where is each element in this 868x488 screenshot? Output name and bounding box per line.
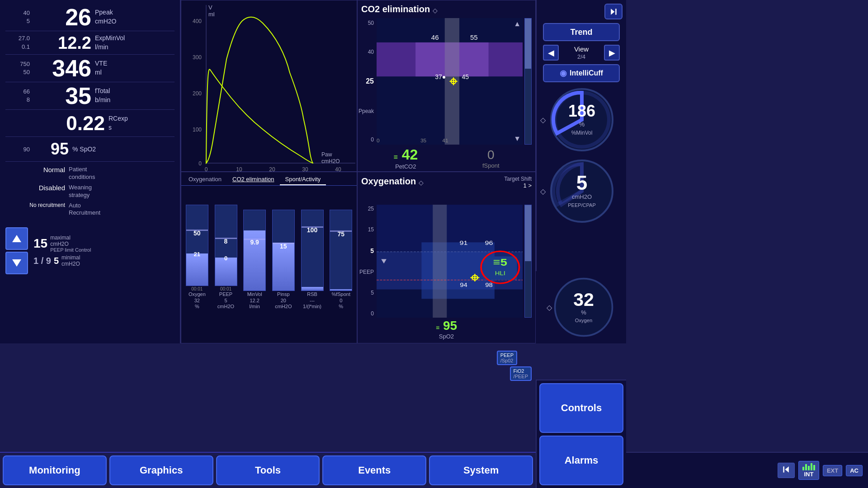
co2-panel-title: CO2 elimination bbox=[361, 4, 430, 14]
petco2-display: ≡ 42 PetCO2 bbox=[393, 146, 418, 170]
spo2-display: ≡ 95 SpO2 bbox=[436, 319, 457, 340]
svg-text:35: 35 bbox=[420, 137, 427, 144]
svg-text:≡5: ≡5 bbox=[493, 257, 507, 268]
skip-button[interactable] bbox=[604, 4, 623, 19]
recruitment-condition-label: Auto Recruitment bbox=[69, 202, 100, 217]
tab-tools[interactable]: Tools bbox=[216, 455, 320, 485]
svg-text:45: 45 bbox=[462, 73, 469, 80]
oxy-badges: PEEP /Sp02 bbox=[497, 351, 517, 365]
pinsp-bar-label: Pinsp20cmH2O bbox=[275, 291, 292, 310]
ac-mode-button[interactable]: AC bbox=[846, 465, 863, 476]
controls-button[interactable]: Controls bbox=[539, 383, 623, 433]
weaning-condition-value: Disabled bbox=[5, 184, 69, 192]
co2-scroll-down[interactable]: ▼ bbox=[514, 135, 521, 143]
co2-scroll-up[interactable]: ▲ bbox=[514, 20, 521, 28]
oxy-bottom-values: ≡ 95 SpO2 bbox=[361, 318, 532, 341]
view-controls: ◀ View 2/4 ▶ bbox=[543, 45, 620, 61]
tab-oxygenation[interactable]: Oxygenation bbox=[183, 174, 227, 185]
peep-spo2-badge: PEEP /Sp02 bbox=[497, 351, 517, 365]
vte-label: VTE ml bbox=[91, 59, 107, 77]
peep-bar-inner bbox=[215, 258, 237, 286]
peep-up-button[interactable] bbox=[5, 227, 28, 250]
ppeak-limits: 40 5 bbox=[5, 9, 33, 25]
weaning-condition-label: Weaning strategy bbox=[69, 184, 92, 199]
pinsp-bar-group: 15 Pinsp20cmH2O bbox=[269, 210, 297, 310]
svg-text:96: 96 bbox=[485, 239, 493, 246]
view-next-button[interactable]: ▶ bbox=[604, 45, 620, 61]
svg-text:98: 98 bbox=[485, 282, 493, 288]
peep-down-button[interactable] bbox=[5, 252, 28, 274]
peep-y-label: PEEP bbox=[359, 269, 374, 275]
svg-text:100: 100 bbox=[193, 127, 202, 133]
spo2-limit: 90 bbox=[5, 146, 33, 153]
tab-graphics[interactable]: Graphics bbox=[109, 455, 213, 485]
svg-text:46: 46 bbox=[431, 33, 439, 41]
fspont-bar-label: %fSpont0% bbox=[331, 291, 350, 310]
tab-co2-elimination[interactable]: CO2 elimination bbox=[227, 174, 280, 185]
ppeak-label: Ppeak cmH2O bbox=[91, 8, 116, 26]
rsb-bar-outer: 100 bbox=[301, 210, 324, 291]
peep-min-label: minimalcmH2O bbox=[61, 254, 80, 267]
svg-text:400: 400 bbox=[193, 18, 202, 24]
weaning-condition-row: Disabled Weaning strategy bbox=[5, 183, 175, 201]
oxygen-bar-label: Oxygen32% bbox=[189, 291, 206, 310]
pinsp-target: 15 bbox=[280, 243, 287, 250]
recruitment-condition-value: No recruitment bbox=[5, 202, 69, 208]
tab-spont-activity[interactable]: Spont/Activity bbox=[280, 174, 326, 185]
ftotal-value: 35 bbox=[33, 84, 91, 108]
oxy-scrollbar[interactable] bbox=[524, 205, 532, 318]
svg-text:200: 200 bbox=[193, 90, 202, 97]
tab-monitoring[interactable]: Monitoring bbox=[3, 455, 107, 485]
svg-marker-0 bbox=[12, 235, 21, 242]
vte-value: 346 bbox=[33, 56, 91, 80]
peep-min-value: 5 bbox=[54, 256, 59, 266]
oxygen-target: 50 bbox=[193, 230, 201, 237]
oxygen-bar-inner bbox=[186, 253, 208, 286]
expminvol-row: 27.0 0.1 12.2 ExpMinVol l/min bbox=[5, 31, 175, 55]
bottom-navigation: Monitoring Graphics Tools Events System bbox=[0, 452, 536, 488]
left-panel: 40 5 26 Ppeak cmH2O 27.0 0.1 12.2 ExpMin… bbox=[0, 0, 181, 343]
svg-text:HLI: HLI bbox=[495, 270, 505, 277]
ext-mode-button[interactable]: EXT bbox=[823, 465, 842, 476]
status-bar: INT EXT AC bbox=[626, 452, 868, 488]
back-button[interactable] bbox=[778, 463, 795, 478]
tab-events[interactable]: Events bbox=[322, 455, 426, 485]
ppeak-value: 26 bbox=[33, 5, 91, 29]
fspont-display: 0 fSpont bbox=[482, 148, 500, 169]
oxygen-dial-container: ◇ 32 % Oxygen bbox=[536, 271, 626, 343]
patient-condition-row: Normal Patient conditions bbox=[5, 164, 175, 183]
svg-text:0: 0 bbox=[198, 160, 202, 167]
intellicuff-button[interactable]: ◉ IntelliCuff bbox=[543, 64, 620, 82]
patient-condition-label: Patient conditions bbox=[69, 166, 95, 181]
peep-bar-label: PEEP5cmH2O bbox=[217, 291, 234, 310]
fio2-badge-wrapper: FiO2 /PEEP bbox=[510, 366, 532, 381]
svg-text:91: 91 bbox=[460, 239, 468, 246]
oxygen-bar-group: 50 21 00:01 Oxygen32% bbox=[183, 205, 211, 310]
int-mode-button[interactable]: INT bbox=[798, 461, 819, 480]
co2-scrollbar[interactable] bbox=[524, 18, 532, 145]
minvol-target: 9.9 bbox=[250, 239, 259, 246]
svg-text:300: 300 bbox=[193, 54, 202, 61]
peep-target: 8 bbox=[224, 238, 228, 245]
fspont-bar-inner bbox=[330, 289, 352, 291]
rcexp-value: 0.22 bbox=[33, 113, 105, 133]
alarms-button[interactable]: Alarms bbox=[539, 436, 623, 485]
svg-text:V: V bbox=[208, 4, 212, 11]
patient-condition-value: Normal bbox=[5, 166, 69, 174]
fspont-target: 75 bbox=[337, 230, 344, 238]
co2-bottom-values: ≡ 42 PetCO2 0 fSpont bbox=[361, 145, 532, 172]
vte-row: 750 50 346 VTE ml bbox=[5, 55, 175, 82]
ftotal-row: 66 8 35 fTotal b/min bbox=[5, 82, 175, 110]
co2-y-axis: 50 40 25 Ppeak 0 bbox=[361, 18, 375, 145]
monitoring-bars: 50 21 00:01 Oxygen32% 8 0 00:01 PEEP5cmH… bbox=[181, 186, 357, 312]
intellicuff-icon: ◉ bbox=[560, 68, 567, 78]
peep-dial-diamond: ◇ bbox=[540, 187, 546, 196]
vte-limits: 750 50 bbox=[5, 60, 33, 76]
view-prev-button[interactable]: ◀ bbox=[543, 45, 559, 61]
spo2-row: 90 95 % SpO2 bbox=[5, 137, 175, 162]
svg-text:▼: ▼ bbox=[379, 257, 388, 265]
tab-system[interactable]: System bbox=[429, 455, 533, 485]
peep-values: 15 maximalcmH2O PEEP limit Control 1 / 9… bbox=[33, 235, 91, 267]
fspont-bar-group: 75 %fSpont0% bbox=[327, 210, 355, 310]
trend-button[interactable]: Trend bbox=[543, 23, 620, 41]
